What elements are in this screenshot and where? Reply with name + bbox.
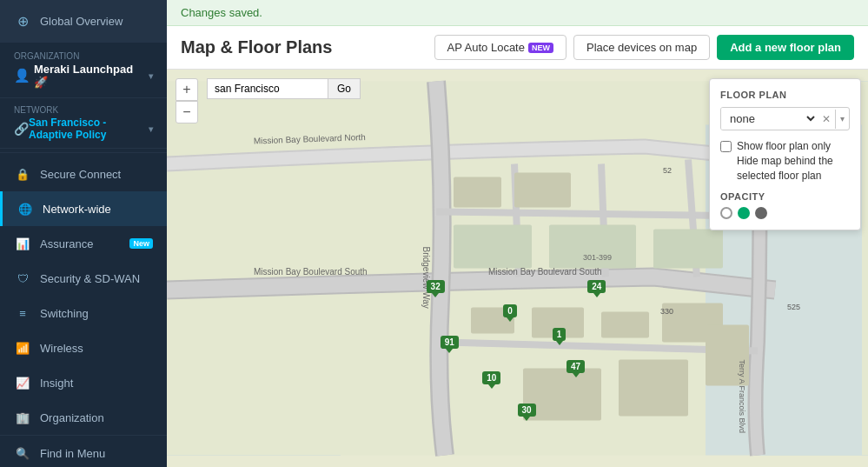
svg-text:Mission Bay Boulevard South: Mission Bay Boulevard South [488,267,602,277]
svg-rect-15 [619,360,688,417]
org-name[interactable]: 👤 Meraki Launchpad 🚀 ▾ [14,63,153,89]
map-search-input[interactable] [207,78,328,99]
floor-plan-panel-title: FLOOR PLAN [720,90,850,100]
org-label: Organization [14,51,153,61]
sidebar-insight-label: Insight [40,377,153,390]
svg-text:Mission Bay Boulevard South: Mission Bay Boulevard South [254,267,368,277]
header-actions: AP Auto Locate NEW Place devices on map … [434,35,854,60]
ap-marker-1[interactable]: 1 [553,328,567,341]
map-go-button[interactable]: Go [328,78,361,99]
sidebar-item-secure-connect[interactable]: 🔒 Secure Connect [0,157,167,191]
network-section: Network 🔗 San Francisco - Adaptive Polic… [0,98,167,149]
sidebar-item-global-overview[interactable]: ⊕ Global Overview [0,0,167,42]
security-sd-wan-icon: 🛡 [14,270,31,287]
sidebar-item-insight[interactable]: 📈 Insight [0,365,167,400]
main-content: Changes saved. Map & Floor Plans AP Auto… [167,0,868,467]
sidebar-secure-connect-label: Secure Connect [40,168,153,181]
sidebar: ⊕ Global Overview Organization 👤 Meraki … [0,0,167,467]
org-icon: 👤 [14,68,30,83]
network-label: Network [14,105,153,115]
sidebar-item-find-in-menu[interactable]: 🔍 Find in Menu [0,436,167,467]
zoom-out-button[interactable]: − [176,101,198,123]
notification-bar: Changes saved. [167,0,868,26]
global-overview-icon: ⊕ [14,12,31,30]
svg-text:330: 330 [660,307,673,316]
add-floor-plan-label: Add a new floor plan [730,41,841,54]
assurance-new-badge: New [129,238,153,249]
sidebar-item-network-wide[interactable]: 🌐 Network-wide [0,191,167,226]
map-background[interactable]: Mission Bay Boulevard North Mission Bay … [167,70,868,467]
map-container: Mission Bay Boulevard North Mission Bay … [167,70,868,467]
map-search: Go [207,78,361,99]
network-wide-icon: 🌐 [17,200,34,217]
ap-marker-47[interactable]: 47 [567,360,585,373]
ap-marker-24[interactable]: 24 [587,280,606,293]
svg-text:Bridgeview Way: Bridgeview Way [421,247,431,309]
assurance-icon: 📊 [14,235,31,252]
add-floor-plan-button[interactable]: Add a new floor plan [717,35,854,60]
svg-rect-6 [514,173,571,208]
place-devices-button[interactable]: Place devices on map [573,35,710,60]
svg-rect-5 [454,177,501,208]
sidebar-item-switching[interactable]: ≡ Switching [0,296,167,330]
insight-icon: 📈 [14,374,31,391]
wireless-icon: 📶 [14,339,31,357]
sidebar-item-wireless[interactable]: 📶 Wireless [0,330,167,365]
svg-rect-13 [454,225,532,269]
floor-plan-clear-icon[interactable]: ✕ [818,110,836,129]
ap-auto-locate-label: AP Auto Locate [447,41,525,54]
zoom-in-button[interactable]: + [176,78,198,101]
ap-marker-91[interactable]: 91 [441,336,459,349]
opacity-label: OPACITY [720,191,850,202]
floor-plan-arrow-icon[interactable]: ▾ [836,110,849,127]
notification-text: Changes saved. [181,6,262,19]
svg-rect-12 [653,230,723,269]
secure-connect-icon: 🔒 [14,165,31,183]
network-name[interactable]: 🔗 San Francisco - Adaptive Policy ▾ [14,117,153,141]
sidebar-find-in-menu-label: Find in Menu [40,447,153,460]
floor-plan-select-wrapper: none ✕ ▾ [720,107,850,130]
svg-text:52: 52 [663,166,672,175]
ap-marker-30[interactable]: 30 [518,404,536,417]
sidebar-security-sd-wan-label: Security & SD-WAN [40,272,153,285]
floor-plan-checkbox-row: Show floor plan only Hide map behind the… [720,139,850,183]
sidebar-global-overview-label: Global Overview [40,15,153,28]
opacity-dots [720,207,850,219]
floor-plan-select[interactable]: none [721,108,818,130]
find-in-menu-icon: 🔍 [14,444,31,462]
ap-marker-10[interactable]: 10 [482,371,500,384]
place-devices-label: Place devices on map [586,41,697,54]
page-header: Map & Floor Plans AP Auto Locate NEW Pla… [167,26,868,70]
ap-auto-new-badge: NEW [528,43,553,53]
opacity-dot-high[interactable] [755,207,767,219]
show-floor-only-checkbox[interactable] [720,141,732,152]
org-section: Organization 👤 Meraki Launchpad 🚀 ▾ [0,42,167,98]
sidebar-wireless-label: Wireless [40,342,153,355]
sidebar-item-assurance[interactable]: 📊 Assurance New [0,226,167,261]
network-chevron-icon: ▾ [149,124,153,134]
ap-auto-locate-button[interactable]: AP Auto Locate NEW [434,35,567,60]
svg-rect-11 [549,225,636,269]
floor-plan-panel: FLOOR PLAN none ✕ ▾ Show floor plan only… [709,78,861,230]
floor-plan-opacity-section: OPACITY [720,191,850,219]
page-title: Map & Floor Plans [181,37,332,57]
ap-marker-32[interactable]: 32 [427,280,445,293]
svg-rect-9 [601,312,649,338]
show-floor-only-label: Show floor plan only Hide map behind the… [737,139,850,183]
sidebar-assurance-label: Assurance [40,237,117,250]
sidebar-switching-label: Switching [40,307,153,320]
sidebar-item-security-sd-wan[interactable]: 🛡 Security & SD-WAN [0,261,167,296]
map-controls: + − [176,78,198,123]
opacity-dot-mid[interactable] [738,207,750,219]
org-chevron-icon: ▾ [149,71,153,81]
svg-text:Terry A Francois Blvd: Terry A Francois Blvd [738,360,746,434]
sidebar-item-organization[interactable]: 🏢 Organization [0,400,167,435]
svg-text:525: 525 [787,303,800,311]
switching-icon: ≡ [14,304,31,322]
sidebar-organization-label: Organization [40,411,153,424]
opacity-dot-low[interactable] [720,207,732,219]
sidebar-network-wide-label: Network-wide [43,203,153,216]
organization-icon: 🏢 [14,409,31,426]
ap-marker-0[interactable]: 0 [503,304,517,317]
svg-text:301-399: 301-399 [583,253,612,262]
